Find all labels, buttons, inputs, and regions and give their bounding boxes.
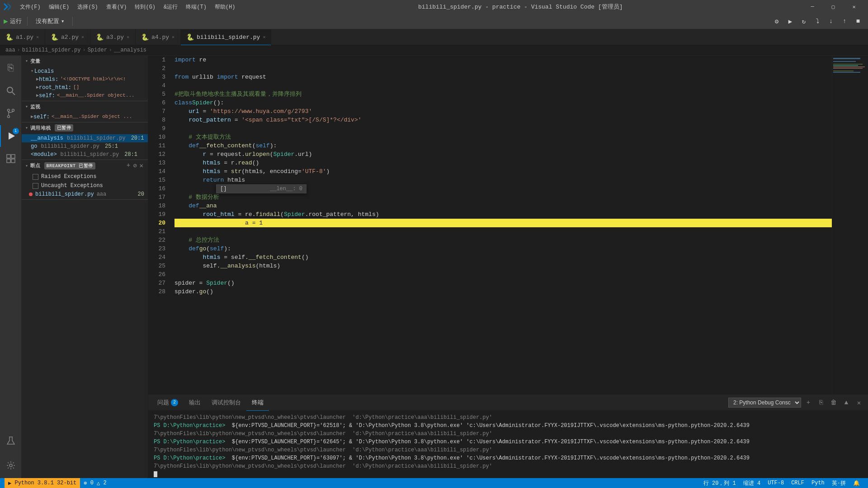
autocomplete-popup[interactable]: [] __len__: 0 bbox=[216, 184, 307, 193]
tab-a4py[interactable]: 🐍 a4.py ✕ bbox=[136, 29, 181, 45]
tab-debug-console[interactable]: 调试控制台 bbox=[206, 395, 246, 411]
remove-all-breakpoints-icon[interactable]: ✕ bbox=[139, 162, 144, 169]
sidebar-item-source-control[interactable] bbox=[0, 103, 22, 124]
run-label: 运行 bbox=[10, 17, 22, 25]
menu-run[interactable]: &运行 bbox=[160, 3, 181, 11]
status-spaces[interactable]: 缩进 4 bbox=[740, 478, 764, 488]
status-input-method[interactable]: 英·拼 bbox=[828, 478, 849, 488]
variables-header[interactable]: ▾ 变量 bbox=[22, 56, 148, 66]
sidebar-item-search[interactable] bbox=[0, 80, 22, 102]
menu-view[interactable]: 查看(V) bbox=[103, 3, 131, 11]
variable-self[interactable]: ▶ self: <__main__.Spider object... bbox=[22, 92, 148, 100]
menu-select[interactable]: 选择(S) bbox=[74, 3, 102, 11]
debug-step-out-btn[interactable]: ↑ bbox=[838, 15, 851, 28]
test-beaker-icon bbox=[6, 436, 16, 446]
watch-item-self[interactable]: ▶ self: <__main__.Spider object ... bbox=[22, 113, 148, 121]
tab-bilibili-spider[interactable]: 🐍 bilibili_spider.py ✕ bbox=[181, 29, 271, 45]
variable-root-html[interactable]: ▶ root_html: [] bbox=[22, 84, 148, 92]
debug-settings-icon[interactable]: ⚙ bbox=[770, 15, 783, 28]
callstack-header[interactable]: ▾ 调用堆栈 已暂停 bbox=[22, 122, 148, 133]
split-terminal-icon[interactable]: ⎘ bbox=[816, 397, 826, 408]
uncaught-exceptions-checkbox[interactable] bbox=[33, 183, 38, 189]
sidebar-item-explorer[interactable]: ⎘ bbox=[0, 57, 22, 79]
status-notification[interactable]: 🔔 bbox=[849, 478, 863, 488]
sidebar-item-test[interactable] bbox=[0, 430, 22, 452]
tab-label: a1.py bbox=[16, 34, 33, 41]
tab-a2py[interactable]: 🐍 a2.py ✕ bbox=[45, 29, 90, 45]
minimize-button[interactable]: ─ bbox=[802, 0, 823, 14]
debug-config-selector[interactable]: 没有配置 ▾ bbox=[33, 16, 67, 26]
sidebar-item-run-debug[interactable]: 1 bbox=[0, 125, 22, 147]
watch-name: self: bbox=[33, 114, 50, 120]
raised-exceptions-checkbox[interactable] bbox=[33, 174, 38, 180]
menu-goto[interactable]: 转到(G) bbox=[131, 3, 159, 11]
tab-a3py[interactable]: 🐍 a3.py ✕ bbox=[90, 29, 136, 45]
debug-step-over-btn[interactable]: ⤵ bbox=[811, 15, 824, 28]
callstack-item-analysis[interactable]: __analysis bilibili_spider.py 20:1 bbox=[22, 134, 148, 142]
status-errors[interactable]: ⊗ 0 △ 2 bbox=[80, 478, 110, 488]
callstack-item-module[interactable]: <module> bilibili_spider.py 28:1 bbox=[22, 150, 148, 159]
tab-close-icon[interactable]: ✕ bbox=[263, 34, 265, 40]
ac-header-text: [] bbox=[220, 186, 226, 192]
debug-restart-btn[interactable]: ↻ bbox=[797, 15, 810, 28]
sidebar-item-extensions[interactable] bbox=[0, 148, 22, 169]
tab-close-icon[interactable]: ✕ bbox=[81, 34, 84, 40]
run-button[interactable]: ▶ 运行 bbox=[4, 17, 22, 26]
terminal-line: PS D:\Python\practice> ${env:PTVSD_LAUNC… bbox=[154, 422, 863, 430]
breadcrumb-part-aaa[interactable]: aaa bbox=[5, 47, 15, 53]
breakpoints-header-left[interactable]: ▾ 断点 BREAKPOINT 已暂停 bbox=[25, 162, 95, 169]
exception-raised[interactable]: Raised Exceptions bbox=[22, 172, 148, 181]
close-panel-icon[interactable]: ✕ bbox=[854, 397, 864, 408]
maximize-button[interactable]: ▢ bbox=[823, 0, 844, 14]
tab-terminal[interactable]: 终端 bbox=[246, 395, 269, 411]
variable-htmls[interactable]: ▶ htmls: '<!DOCTYPE html>\r\n<! bbox=[22, 75, 148, 84]
debug-stop-btn[interactable]: ■ bbox=[852, 15, 864, 28]
menu-edit[interactable]: 编辑(E) bbox=[45, 3, 73, 11]
window-controls[interactable]: ─ ▢ ✕ bbox=[802, 0, 864, 14]
kill-terminal-icon[interactable]: 🗑 bbox=[828, 397, 839, 408]
status-language[interactable]: Pyth bbox=[808, 478, 828, 488]
terminal-selector[interactable]: 2: Python Debug Consc bbox=[728, 398, 801, 408]
var-value: <__main__.Spider object... bbox=[57, 93, 135, 98]
code-line: htmls = r.read() bbox=[175, 159, 832, 167]
code-line: from urllib import request bbox=[175, 73, 832, 81]
tab-label: 输出 bbox=[189, 399, 201, 407]
menu-file[interactable]: 文件(F) bbox=[16, 3, 44, 11]
tab-a1py[interactable]: 🐍 a1.py ✕ bbox=[0, 29, 45, 45]
maximize-panel-icon[interactable]: ▲ bbox=[841, 397, 852, 408]
debug-step-into-btn[interactable]: ↓ bbox=[825, 15, 837, 28]
status-encoding[interactable]: UTF-8 bbox=[764, 478, 788, 488]
tab-problems[interactable]: 问题 2 bbox=[152, 395, 184, 411]
debug-continue-btn[interactable]: ▶ bbox=[784, 15, 797, 28]
bottom-panel: 问题 2 输出 调试控制台 终端 2: bbox=[148, 394, 868, 478]
terminal-output[interactable]: 7\pythonFiles\lib\python\new_ptvsd\no_wh… bbox=[148, 411, 868, 478]
locals-header[interactable]: ▾ Locals bbox=[22, 67, 148, 75]
breadcrumb-part-file[interactable]: bilibili_spider.py bbox=[22, 47, 81, 53]
code-line: htmls = self.__fetch_content() bbox=[175, 253, 832, 262]
watch-header[interactable]: ▾ 监视 bbox=[22, 101, 148, 112]
new-terminal-icon[interactable]: + bbox=[803, 397, 814, 408]
breadcrumb-part-method[interactable]: __analysis bbox=[114, 47, 146, 53]
menu-help[interactable]: 帮助(H) bbox=[211, 3, 239, 11]
breadcrumb-part-class[interactable]: Spider bbox=[88, 47, 107, 53]
variables-content: ▾ Locals ▶ htmls: '<!DOCTYPE html>\r\n<!… bbox=[22, 66, 148, 101]
menu-terminal[interactable]: 终端(T) bbox=[182, 3, 210, 11]
status-eol[interactable]: CRLF bbox=[788, 478, 808, 488]
menu-bar[interactable]: 文件(F) 编辑(E) 选择(S) 查看(V) 转到(G) &运行 终端(T) … bbox=[16, 3, 239, 11]
status-line-col[interactable]: 行 20，列 1 bbox=[700, 478, 740, 488]
exception-uncaught[interactable]: Uncaught Exceptions bbox=[22, 181, 148, 190]
callstack-item-go[interactable]: go bilibili_spider.py 25:1 bbox=[22, 142, 148, 150]
tab-close-icon[interactable]: ✕ bbox=[127, 34, 129, 40]
tab-output[interactable]: 输出 bbox=[184, 395, 206, 411]
tab-close-icon[interactable]: ✕ bbox=[172, 34, 175, 40]
breakpoint-file-item[interactable]: bilibili_spider.py aaa 20 bbox=[22, 190, 148, 198]
code-editor[interactable]: 1 2 3 4 5 6 7 8 9 10 11 12 13 14 15 16 1 bbox=[148, 56, 868, 478]
cs-line: 25:1 bbox=[105, 143, 118, 150]
sidebar-item-settings[interactable] bbox=[0, 455, 22, 476]
add-breakpoint-icon[interactable]: + bbox=[126, 162, 131, 169]
tab-close-icon[interactable]: ✕ bbox=[36, 34, 39, 40]
close-button[interactable]: ✕ bbox=[844, 0, 864, 14]
code-content[interactable]: import re from urllib import request #把取… bbox=[171, 56, 832, 394]
disable-all-breakpoints-icon[interactable]: ⊘ bbox=[132, 162, 137, 169]
status-debug-indicator[interactable]: ▶ Python 3.8.1 32-bit bbox=[5, 478, 80, 488]
